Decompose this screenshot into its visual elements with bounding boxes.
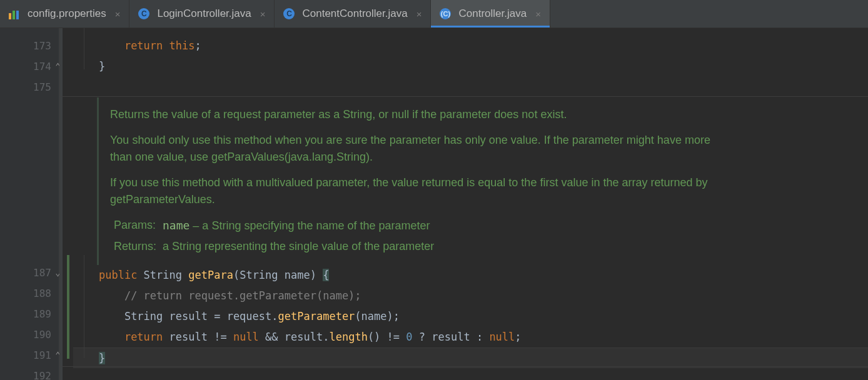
code-line	[73, 77, 868, 98]
code-line: String result = request.getParameter(nam…	[73, 306, 868, 327]
code-line: }	[73, 56, 868, 77]
interface-icon: (C)	[440, 8, 453, 20]
code-line: return result != null && result.length()…	[73, 327, 868, 348]
line-number: 190	[0, 324, 59, 345]
line-number: 188	[0, 283, 59, 304]
tab-label: ContentController.java	[302, 8, 407, 20]
code-line: // return request.getParameter(name);	[73, 286, 868, 306]
line-number: 187 ⌄	[0, 262, 59, 283]
line-number: 189	[0, 304, 59, 324]
properties-icon	[9, 8, 23, 20]
close-icon[interactable]: ×	[416, 9, 422, 19]
tab-label: Controller.java	[458, 8, 527, 20]
code-line: return this;	[73, 36, 868, 56]
close-icon[interactable]: ×	[115, 9, 121, 19]
tab-controller[interactable]: (C) Controller.java ×	[431, 0, 550, 28]
line-number: 174 ⌃	[0, 56, 59, 77]
tab-login-controller[interactable]: C LoginController.java ×	[129, 0, 275, 28]
tab-label: LoginController.java	[157, 8, 251, 20]
code-line: public String getPara(String name) {	[73, 265, 868, 286]
line-number: 191 ⌃	[0, 345, 59, 366]
javadoc-params: Params: name – a String specifying the n…	[114, 217, 722, 234]
class-icon: C	[283, 8, 297, 20]
javadoc-paragraph: If you use this method with a multivalue…	[110, 174, 722, 208]
code-area[interactable]: return this; } Returns the value of a re…	[59, 28, 868, 380]
javadoc-returns: Returns: a String representing the singl…	[114, 238, 722, 255]
line-number: 173	[0, 36, 59, 56]
class-icon: C	[138, 8, 152, 20]
javadoc-block: Returns the value of a request parameter…	[97, 98, 735, 265]
javadoc-paragraph: Returns the value of a request parameter…	[110, 106, 722, 123]
tab-config-properties[interactable]: config.properties ×	[0, 0, 129, 28]
gutter: 173 174 ⌃ 175 187 ⌄ 188 189 190 191 ⌃ 19…	[0, 28, 59, 380]
code-line-current: }	[73, 348, 868, 368]
tab-bar: config.properties × C LoginController.ja…	[0, 0, 868, 28]
tab-label: config.properties	[28, 8, 106, 20]
javadoc-paragraph: You should only use this method when you…	[110, 132, 722, 166]
close-icon[interactable]: ×	[260, 9, 266, 19]
tab-content-controller[interactable]: C ContentController.java ×	[275, 0, 431, 28]
line-number: 192	[0, 366, 59, 380]
close-icon[interactable]: ×	[535, 9, 541, 19]
code-editor[interactable]: 173 174 ⌃ 175 187 ⌄ 188 189 190 191 ⌃ 19…	[0, 28, 868, 380]
line-number: 175	[0, 77, 59, 98]
code-line	[73, 368, 868, 380]
